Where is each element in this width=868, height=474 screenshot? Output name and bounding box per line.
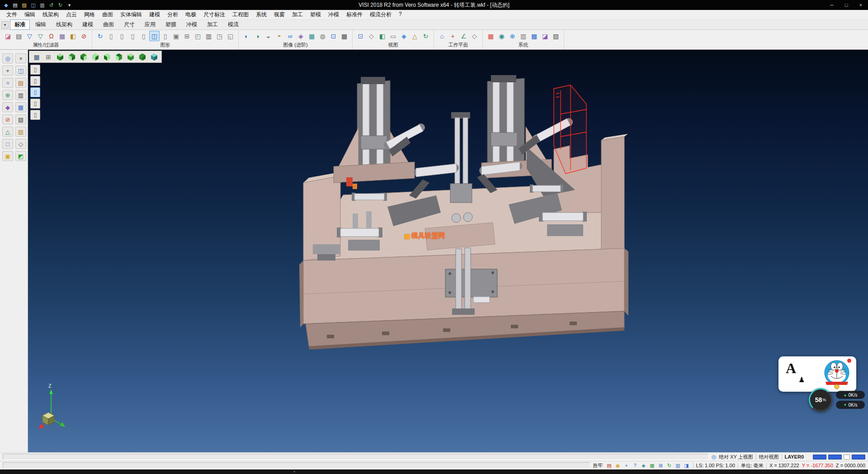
view-manager-icon[interactable]: ⊞ bbox=[43, 52, 54, 62]
undo-icon[interactable]: ↺ bbox=[47, 1, 56, 9]
stereo-glasses-icon[interactable]: ∞ bbox=[285, 31, 295, 41]
layout-grid-icon[interactable]: ⊞ bbox=[182, 31, 192, 41]
menu-item-14[interactable]: 加工 bbox=[288, 9, 307, 20]
blank-sheet-icon[interactable]: ▯ bbox=[106, 31, 116, 41]
menu-item-5[interactable]: 曲面 bbox=[99, 9, 117, 20]
view-right-cube-icon[interactable] bbox=[78, 52, 89, 62]
prompt-area[interactable] bbox=[3, 462, 590, 469]
workplane-icon[interactable]: ⌂ bbox=[437, 31, 447, 41]
menu-item-7[interactable]: 建模 bbox=[146, 9, 164, 20]
measure-tool-icon[interactable]: ⊕ bbox=[2, 90, 13, 100]
menu-item-1[interactable]: 编辑 bbox=[21, 9, 39, 20]
hidden-line-icon[interactable]: ◒ bbox=[263, 31, 274, 41]
menu-item-18[interactable]: 模流分析 bbox=[366, 9, 395, 20]
copy-tool-icon[interactable]: ◫ bbox=[15, 66, 26, 76]
qat-dropdown-icon[interactable]: ▾ bbox=[65, 1, 74, 9]
box-tool-icon[interactable]: □ bbox=[2, 139, 13, 149]
view-dynamic-cube-icon[interactable] bbox=[149, 52, 160, 62]
wire-tool-icon[interactable]: ◇ bbox=[15, 139, 26, 149]
save-icon[interactable]: ◫ bbox=[29, 1, 38, 9]
pan-view-icon[interactable]: ◧ bbox=[377, 31, 387, 41]
layer-swatch-1[interactable] bbox=[828, 455, 842, 460]
app-icon[interactable]: ◆ bbox=[2, 1, 10, 9]
material-gem-icon[interactable]: ◈ bbox=[296, 31, 306, 41]
redraw-icon[interactable]: ↻ bbox=[95, 31, 105, 41]
hint-bulb-icon[interactable]: ◉ bbox=[614, 462, 622, 469]
window-alt-icon[interactable]: ◱ bbox=[225, 31, 236, 41]
cad-model[interactable] bbox=[28, 50, 868, 452]
shading-icon[interactable]: ◐ bbox=[241, 31, 252, 41]
menu-item-9[interactable]: 电极 bbox=[182, 9, 200, 20]
settings-tool-icon[interactable]: ◩ bbox=[15, 151, 26, 161]
select-edge-icon[interactable]: ▯ bbox=[30, 87, 40, 97]
viewport-3d[interactable]: ▮▮ 模具联盟网 Z ▦⊞ ▯▯▯▯▯ bbox=[28, 50, 868, 452]
select-point-icon[interactable]: ▯ bbox=[30, 110, 40, 120]
print-icon[interactable]: ▥ bbox=[38, 1, 47, 9]
minimize-button[interactable]: ─ bbox=[825, 0, 839, 10]
view-iso2-cube-icon[interactable] bbox=[102, 52, 113, 62]
workplane-iso-icon[interactable]: ◇ bbox=[469, 31, 480, 41]
palette-status-icon[interactable]: ▦ bbox=[649, 462, 656, 469]
menu-item-10[interactable]: 尺寸标注 bbox=[200, 9, 229, 20]
refresh-view-icon[interactable]: ↻ bbox=[420, 31, 431, 41]
sheet-copy-icon[interactable]: ▯ bbox=[117, 31, 127, 41]
section-view-icon[interactable]: ⊡ bbox=[328, 31, 339, 41]
filter-tool-icon[interactable]: ▧ bbox=[15, 114, 26, 124]
os-taskbar[interactable]: ▪ bbox=[0, 469, 868, 474]
view-iso-cube-icon[interactable] bbox=[90, 52, 101, 62]
hide-tool-icon[interactable]: ⊘ bbox=[2, 114, 13, 124]
menu-item-6[interactable]: 实体编辑 bbox=[117, 9, 146, 20]
globe-icon[interactable]: ◉ bbox=[496, 31, 507, 41]
move-tool-icon[interactable]: + bbox=[2, 66, 13, 76]
attribute-printer-icon[interactable]: ▤ bbox=[14, 31, 24, 41]
shade-half-icon[interactable]: ◪ bbox=[540, 31, 550, 41]
render-sphere-icon[interactable]: ◍ bbox=[317, 31, 328, 41]
dynamic-view-icon[interactable]: ◈ bbox=[399, 31, 409, 41]
widget-panel[interactable]: A ♟ bbox=[778, 356, 856, 392]
taskbar-app-icon[interactable]: ▪ bbox=[294, 470, 295, 474]
tab-2[interactable]: 线架构 bbox=[52, 19, 77, 30]
filter-funnel-green-icon[interactable]: ▽ bbox=[35, 31, 46, 41]
layer-swatch-3[interactable] bbox=[852, 455, 865, 460]
layer-swatch-0[interactable] bbox=[813, 455, 826, 460]
config-plus-icon[interactable]: + bbox=[623, 462, 630, 469]
tab-3[interactable]: 建模 bbox=[78, 19, 98, 30]
edit-attributes-icon[interactable]: ◧ bbox=[68, 31, 78, 41]
render-tool-icon[interactable]: ▦ bbox=[15, 102, 26, 112]
filter-funnel-icon[interactable]: ▽ bbox=[24, 31, 35, 41]
color-palette-icon[interactable]: ▦ bbox=[486, 31, 496, 41]
view-left-cube-icon[interactable] bbox=[137, 52, 148, 62]
view-top-cube-icon[interactable] bbox=[55, 52, 66, 62]
grid-sheet-icon[interactable]: ▣ bbox=[171, 31, 181, 41]
texture-icon[interactable]: ▦ bbox=[307, 31, 317, 41]
layers-tool-icon[interactable]: ▥ bbox=[15, 90, 26, 100]
view-front-cube-icon[interactable] bbox=[66, 52, 77, 62]
snap-grid-icon[interactable]: ⊞ bbox=[657, 462, 665, 469]
transparency-icon[interactable]: ◓ bbox=[274, 31, 284, 41]
active-sheet-icon[interactable]: ◫ bbox=[149, 31, 160, 41]
menu-item-0[interactable]: 文件 bbox=[3, 9, 21, 20]
tab-dropdown-icon[interactable]: ▾ bbox=[1, 21, 9, 28]
window-icon[interactable]: ◳ bbox=[214, 31, 225, 41]
view-back-cube-icon[interactable] bbox=[125, 52, 136, 62]
window-corner-icon[interactable]: ◰ bbox=[193, 31, 203, 41]
menu-item-2[interactable]: 线架构 bbox=[39, 9, 62, 20]
calculator-icon[interactable]: ▥ bbox=[203, 31, 214, 41]
annotation-icon[interactable]: ▤ bbox=[606, 462, 613, 469]
menu-item-15[interactable]: 塑模 bbox=[307, 9, 325, 20]
view-mode-icon[interactable]: ◎ bbox=[712, 454, 716, 460]
magnet-snap-icon[interactable]: Ω bbox=[46, 31, 57, 41]
refresh-status-icon[interactable]: ↻ bbox=[666, 462, 673, 469]
tab-7[interactable]: 塑膜 bbox=[161, 19, 181, 30]
lock-toggle[interactable]: 拴牢 bbox=[593, 462, 603, 469]
attribute-eraser-icon[interactable]: ◪ bbox=[3, 31, 13, 41]
select-body-icon[interactable]: ▯ bbox=[30, 65, 40, 75]
menu-item-3[interactable]: 点云 bbox=[62, 9, 80, 20]
select-wire-icon[interactable]: ▯ bbox=[30, 99, 40, 109]
target-icon[interactable]: ⊕ bbox=[507, 31, 518, 41]
maximize-button[interactable]: □ bbox=[839, 0, 854, 10]
menu-item-4[interactable]: 网格 bbox=[80, 9, 99, 20]
tab-4[interactable]: 曲面 bbox=[99, 19, 118, 30]
plane-tool-icon[interactable]: △ bbox=[2, 127, 13, 137]
array-tool-icon[interactable]: ▤ bbox=[15, 78, 26, 88]
